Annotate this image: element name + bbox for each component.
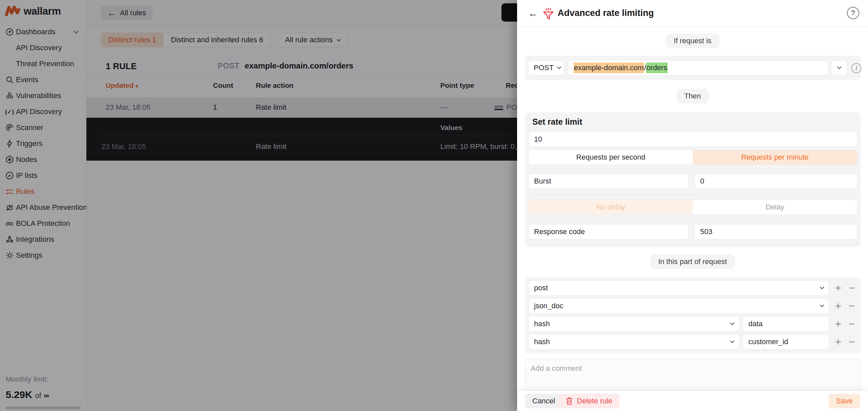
remove-part-button[interactable]: − [846,334,857,350]
drawer-footer: Cancel Delete rule Save [517,391,868,411]
add-part-button[interactable]: + [832,280,844,296]
card-divider [525,169,861,170]
drawer-back-button[interactable]: ← [526,6,540,21]
comment-textarea[interactable] [525,358,861,391]
add-part-button[interactable]: + [832,334,844,350]
request-part-select[interactable]: hash [528,334,739,350]
card-divider [525,194,861,195]
rate-limiting-funnel-icon [542,8,554,20]
remove-part-button[interactable]: − [846,280,857,296]
remove-part-button[interactable]: − [846,316,857,331]
delete-rule-button[interactable]: Delete rule [558,394,619,408]
app-root: wallarm Dashboards API Discovery Threat … [0,0,868,411]
if-request-is-pill: If request is [665,34,719,48]
trash-icon [566,397,573,405]
no-delay-option[interactable]: No delay [529,200,693,214]
burst-value-input[interactable]: 0 [694,174,857,189]
drawer-header: ← Advanced rate limiting ? [517,0,868,27]
delay-option[interactable]: Delay [693,200,857,214]
response-code-label-box: Response code [528,224,688,239]
request-part-card: post + − json_doc + − hash data + − hash… [525,277,861,353]
remove-part-button[interactable]: − [846,298,857,314]
chevron-down-icon [820,303,824,307]
rate-limit-value-input[interactable]: 10 [528,132,857,147]
help-icon[interactable]: ? [847,7,859,19]
response-code-input[interactable]: 503 [694,224,857,239]
add-part-button[interactable]: + [832,298,844,314]
part-of-request-pill: In this part of request [650,254,735,269]
drawer-title: Advanced rate limiting [558,8,654,18]
modal-backdrop[interactable] [0,0,517,411]
save-button[interactable]: Save [829,394,860,408]
rate-unit-toggle: Requests per second Requests per minute [528,150,857,165]
then-pill: Then [676,89,709,104]
cancel-button[interactable]: Cancel [525,394,562,408]
uri-input[interactable]: example-domain.com/orders [568,60,828,76]
chevron-down-icon [730,321,735,325]
advanced-rate-limiting-drawer: ← Advanced rate limiting ? If request is… [517,0,868,411]
request-part-value-input[interactable]: data [743,316,829,331]
request-condition-card: POST example-domain.com/orders i [525,56,861,80]
chevron-down-icon [557,65,561,69]
rate-limit-heading: Set rate limit [532,117,582,127]
delay-toggle: No delay Delay [528,200,857,215]
method-select[interactable]: POST [528,60,564,76]
chevron-down-icon [820,285,824,289]
uri-path-highlight: orders [646,62,667,73]
request-part-value-input[interactable]: customer_id [743,334,829,350]
request-part-select[interactable]: hash [528,316,739,331]
request-part-select[interactable]: json_doc [528,298,829,314]
info-icon[interactable]: i [851,63,861,73]
chevron-down-icon [730,339,735,343]
add-part-button[interactable]: + [832,316,844,331]
burst-label-box: Burst [528,174,688,189]
requests-per-second-option[interactable]: Requests per second [529,150,693,165]
set-rate-limit-card: Set rate limit 10 Requests per second Re… [525,112,861,247]
requests-per-minute-option[interactable]: Requests per minute [693,150,857,165]
chevron-down-icon [837,65,841,69]
card-divider [525,219,861,220]
condition-expand-button[interactable] [832,60,847,76]
back-arrow-icon: ← [528,8,538,19]
uri-host-highlight: example-domain.com [574,62,644,73]
request-part-select[interactable]: post [528,280,829,296]
